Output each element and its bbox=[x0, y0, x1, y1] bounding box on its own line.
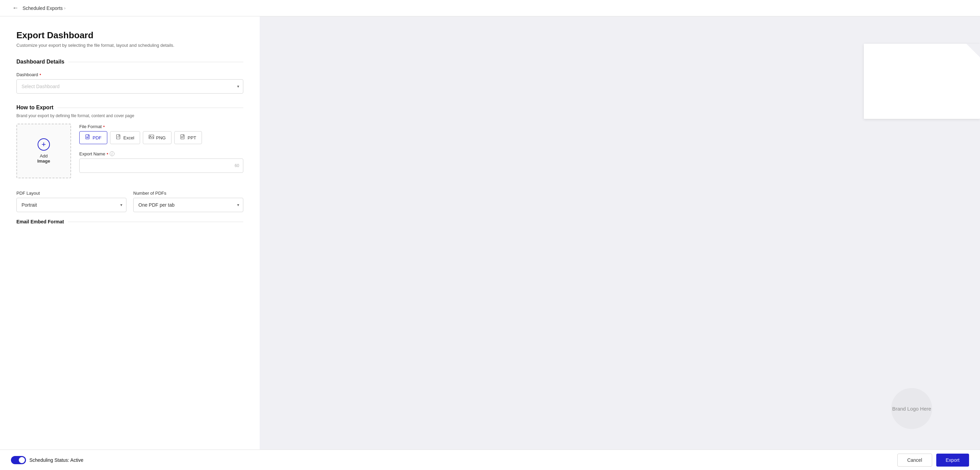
file-format-required-dot: • bbox=[103, 124, 105, 129]
format-btn-pdf-label: PDF bbox=[92, 135, 102, 140]
page-subtitle: Customize your export by selecting the f… bbox=[16, 43, 243, 48]
top-nav: ← Scheduled Exports › bbox=[0, 0, 980, 16]
how-to-export-section: How to Export Brand your export by defin… bbox=[16, 105, 243, 179]
preview-paper bbox=[864, 44, 980, 119]
email-embed-label: Email Embed Format bbox=[16, 219, 64, 224]
pdf-layout-select-wrapper: Portrait Landscape ▾ bbox=[16, 198, 126, 212]
breadcrumb-label[interactable]: Scheduled Exports bbox=[22, 5, 63, 11]
file-format-label: File Format • bbox=[79, 124, 243, 129]
pdf-layout-row: PDF Layout Portrait Landscape ▾ Number o… bbox=[16, 191, 243, 219]
preview-panel: Brand Logo Here bbox=[260, 16, 980, 470]
paper-fold bbox=[966, 44, 980, 57]
cancel-button[interactable]: Cancel bbox=[897, 454, 932, 467]
format-btn-ppt-label: PPT bbox=[188, 135, 196, 140]
how-to-export-body: + Add Image File Format • bbox=[16, 124, 243, 179]
pdf-layout-field: PDF Layout Portrait Landscape ▾ bbox=[16, 191, 126, 212]
page-title: Export Dashboard bbox=[16, 30, 243, 41]
export-name-label: Export Name • i bbox=[79, 151, 243, 156]
main-layout: Export Dashboard Customize your export b… bbox=[0, 16, 980, 470]
breadcrumb: Scheduled Exports › bbox=[22, 5, 65, 11]
export-button[interactable]: Export bbox=[936, 454, 969, 467]
dashboard-required-dot: • bbox=[40, 72, 41, 77]
dashboard-select[interactable]: Select Dashboard bbox=[16, 79, 243, 94]
export-name-input[interactable] bbox=[79, 159, 243, 173]
number-of-pdfs-label: Number of PDFs bbox=[133, 191, 243, 196]
toggle-slider bbox=[11, 456, 26, 464]
add-image-plus-icon: + bbox=[38, 138, 50, 151]
format-btn-png[interactable]: PNG bbox=[143, 131, 172, 144]
form-panel: Export Dashboard Customize your export b… bbox=[0, 16, 260, 470]
scheduling-status: Scheduling Status: Active bbox=[11, 456, 83, 464]
how-to-export-header: How to Export bbox=[16, 105, 243, 111]
breadcrumb-chevron: › bbox=[64, 5, 65, 11]
excel-icon bbox=[116, 134, 121, 141]
svg-rect-5 bbox=[149, 135, 154, 139]
format-btn-excel-label: Excel bbox=[123, 135, 134, 140]
file-format-field: File Format • bbox=[79, 124, 243, 144]
how-to-export-divider bbox=[57, 108, 243, 108]
svg-rect-8 bbox=[181, 137, 183, 138]
format-btn-png-label: PNG bbox=[156, 135, 166, 140]
format-buttons: PDF Excel bbox=[79, 131, 243, 144]
email-embed-field: Email Embed Format bbox=[16, 219, 243, 224]
add-image-label-top: Add bbox=[40, 153, 48, 159]
pdf-layout-select[interactable]: Portrait Landscape bbox=[16, 198, 126, 212]
email-embed-header: Email Embed Format bbox=[16, 219, 243, 224]
dashboard-field-label: Dashboard • bbox=[16, 72, 243, 77]
char-count: 60 bbox=[235, 163, 239, 168]
how-to-export-description: Brand your export by defining file forma… bbox=[16, 113, 243, 118]
png-icon bbox=[149, 134, 154, 141]
export-name-required-dot: • bbox=[107, 151, 108, 156]
format-btn-excel[interactable]: Excel bbox=[110, 131, 140, 144]
number-of-pdfs-select[interactable]: One PDF per tab One PDF for all tabs bbox=[133, 198, 243, 212]
export-name-wrapper: 60 bbox=[79, 159, 243, 173]
export-name-field: Export Name • i 60 bbox=[79, 151, 243, 173]
dashboard-details-title: Dashboard Details bbox=[16, 59, 64, 65]
email-embed-divider bbox=[68, 222, 243, 222]
pdf-layout-label: PDF Layout bbox=[16, 191, 126, 196]
export-name-info-icon[interactable]: i bbox=[110, 151, 115, 156]
scheduling-toggle[interactable] bbox=[11, 456, 26, 464]
number-of-pdfs-select-wrapper: One PDF per tab One PDF for all tabs ▾ bbox=[133, 198, 243, 212]
format-btn-ppt[interactable]: PPT bbox=[174, 131, 202, 144]
bottom-actions: Cancel Export bbox=[897, 454, 969, 467]
format-btn-pdf[interactable]: PDF bbox=[79, 131, 107, 144]
scheduling-label: Scheduling Status: Active bbox=[29, 457, 83, 463]
bottom-bar: Scheduling Status: Active Cancel Export bbox=[0, 449, 980, 470]
pdf-icon bbox=[85, 134, 91, 141]
dashboard-details-section: Dashboard Details Dashboard • Select Das… bbox=[16, 59, 243, 94]
how-to-export-fields: File Format • bbox=[79, 124, 243, 179]
back-arrow-icon: ← bbox=[12, 5, 19, 12]
number-of-pdfs-field: Number of PDFs One PDF per tab One PDF f… bbox=[133, 191, 243, 212]
brand-logo-placeholder: Brand Logo Here bbox=[891, 388, 932, 429]
ppt-icon bbox=[180, 134, 186, 141]
how-to-export-title: How to Export bbox=[16, 105, 53, 111]
back-button[interactable]: ← bbox=[11, 3, 20, 13]
dashboard-select-wrapper: Select Dashboard ▾ bbox=[16, 79, 243, 94]
add-image-box[interactable]: + Add Image bbox=[16, 124, 71, 178]
dashboard-field: Dashboard • Select Dashboard ▾ bbox=[16, 72, 243, 94]
add-image-label-bottom: Image bbox=[37, 159, 50, 164]
dashboard-details-header: Dashboard Details bbox=[16, 59, 243, 65]
